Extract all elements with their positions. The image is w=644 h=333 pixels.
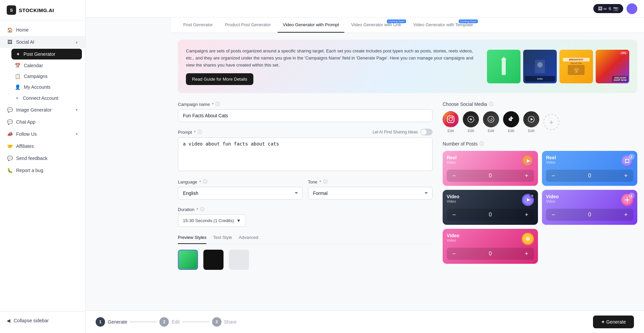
tone-info-icon[interactable]: ⓘ [323, 179, 328, 185]
banner-image-4: -35% DISCOUNTSHOP NOW [596, 50, 629, 83]
duration-label: Duration * ⓘ [178, 206, 433, 212]
post-card-5: Video Video − 0 + [443, 229, 538, 264]
sidebar-item-campaigns[interactable]: 📋 Campaigns [0, 71, 85, 82]
generate-button[interactable]: ✦ Generate [593, 316, 634, 328]
preview-style-thumbs [178, 250, 433, 270]
step3-circle: 3 [212, 317, 221, 327]
campaign-name-input[interactable] [178, 109, 433, 122]
card3-decrement[interactable]: − [450, 211, 458, 219]
form-left: Campaign name * ⓘ Prompt * ⓘ [178, 101, 433, 270]
language-select[interactable]: English Spanish French [178, 187, 303, 200]
sidebar-item-image-generator[interactable]: 💬 Image Generator ▼ [0, 104, 85, 116]
social-edit-2[interactable]: Edit [468, 129, 474, 133]
banner-images: hello BREAKFAST Special Offer 🍔 -35% DIS… [487, 50, 629, 83]
card1-increment[interactable]: + [523, 172, 531, 180]
instagram-avatar[interactable] [443, 111, 459, 127]
ai-toggle-switch[interactable] [420, 129, 433, 135]
sidebar-item-home[interactable]: 🏠 Home [0, 24, 85, 36]
social-edit-5[interactable]: Edit [528, 129, 535, 133]
language-info-icon[interactable]: ⓘ [203, 179, 207, 185]
card2-subtype: Video [546, 160, 556, 164]
card1-decrement[interactable]: − [450, 172, 458, 180]
social-account-5: Edit [523, 111, 539, 133]
prompt-group: Prompt * ⓘ Let AI Find Sharing Ideas a v… [178, 129, 433, 172]
tab-product-post-generator[interactable]: Product Post Generator [219, 17, 276, 33]
social-media-info-icon[interactable]: ⓘ [489, 101, 493, 107]
duration-select[interactable]: 15-30 Seconds (1 Credits) ▼ [178, 214, 246, 227]
sidebar-item-send-feedback[interactable]: 💬 Send feedback [0, 152, 85, 164]
preview-tab-styles[interactable]: Preview Styles [178, 235, 206, 244]
card2-increment[interactable]: + [622, 172, 630, 180]
sidebar-item-chat-app[interactable]: 💬 Chat App [0, 116, 85, 128]
tiktok-avatar[interactable] [503, 111, 519, 127]
sidebar-item-my-accounts[interactable]: 👤 My Accounts [0, 82, 85, 92]
card2-decrement[interactable]: − [549, 172, 557, 180]
card4-decrement[interactable]: − [549, 211, 557, 219]
twitter-avatar[interactable] [483, 111, 499, 127]
connect-icon: ＋ [15, 95, 19, 101]
preview-tab-advanced[interactable]: Advanced [239, 235, 258, 244]
tab-post-generator[interactable]: Post Generator [178, 17, 218, 33]
banner-text: Campaigns are sets of posts organized ar… [186, 48, 480, 85]
social-edit-1[interactable]: Edit [448, 129, 454, 133]
card4-value: 0 [588, 212, 591, 218]
chat-app-label: Chat App [16, 119, 36, 125]
collapse-sidebar-button[interactable]: ◀ Collapse sidebar [0, 315, 85, 326]
tab-video-generator-template[interactable]: Video Generator with Template Coming Soo… [408, 17, 479, 33]
affiliates-icon: 🤝 [7, 143, 13, 149]
card1-subtype: Video [447, 160, 457, 164]
user-avatar[interactable] [627, 3, 637, 14]
social-edit-4[interactable]: Edit [508, 129, 514, 133]
campaign-name-info-icon[interactable]: ⓘ [215, 101, 220, 107]
language-label: Language * ⓘ [178, 179, 303, 185]
sidebar-item-report-bug[interactable]: 🐛 Report a bug [0, 164, 85, 176]
card4-increment[interactable]: + [622, 211, 630, 219]
social-media-title: Choose Social Media ⓘ [443, 101, 637, 107]
banner-image-2: hello [523, 50, 557, 83]
read-guide-button[interactable]: Read Guide for More Details [186, 73, 253, 85]
plan-button[interactable]: 🖼 ∞ 6 📷 [593, 4, 623, 13]
form-section: Campaign name * ⓘ Prompt * ⓘ [178, 101, 637, 270]
posts-info-icon[interactable]: ⓘ [480, 141, 484, 147]
card3-increment[interactable]: + [523, 211, 531, 219]
card5-decrement[interactable]: − [450, 250, 458, 258]
sidebar-item-calendar[interactable]: 📅 Calendar [0, 60, 85, 71]
svg-point-6 [452, 117, 453, 118]
tab-video-generator-link[interactable]: Video Generator with Link Coming Soon [346, 17, 406, 33]
chat-icon: 💬 [7, 119, 13, 125]
social-ai-icon: 🖼 [7, 39, 13, 45]
svg-rect-0 [502, 58, 506, 75]
card1-type: Reel [447, 155, 457, 160]
send-feedback-label: Send feedback [16, 156, 47, 161]
card5-increment[interactable]: + [523, 250, 531, 258]
sidebar-bottom: ◀ Collapse sidebar [0, 311, 85, 333]
card5-type: Video [447, 233, 459, 238]
coming-soon-badge-template: Coming Soon [459, 19, 478, 23]
facebook-avatar[interactable] [463, 111, 479, 127]
svg-rect-4 [447, 116, 454, 123]
prompt-info-icon[interactable]: ⓘ [198, 129, 202, 135]
prompt-textarea[interactable]: a video about fun facts about cats [178, 137, 433, 171]
social-edit-3[interactable]: Edit [488, 129, 494, 133]
duration-info-icon[interactable]: ⓘ [200, 206, 204, 212]
preview-tab-text[interactable]: Text Style [213, 235, 232, 244]
tab-video-generator-prompt[interactable]: Video Generator with Prompt [278, 17, 344, 33]
sidebar-item-post-generator[interactable]: ✦ Post Generator [11, 49, 82, 59]
duration-chevron-icon: ▼ [237, 218, 241, 223]
sidebar-item-social-ai[interactable]: 🖼 Social AI ▲ [0, 36, 85, 48]
tone-select[interactable]: Formal Casual Friendly [308, 187, 433, 200]
card5-value: 0 [489, 251, 492, 257]
style-green[interactable] [178, 250, 198, 270]
bug-icon: 🐛 [7, 167, 13, 173]
sidebar-item-connect-account[interactable]: ＋ Connect Account [0, 92, 85, 104]
youtube-avatar[interactable] [523, 111, 539, 127]
card1-value: 0 [489, 173, 492, 179]
sidebar-item-affiliates[interactable]: 🤝 Affiliates [0, 140, 85, 152]
step1-label: Generate [108, 319, 127, 325]
sidebar-item-follow-us[interactable]: 📣 Follow Us ▼ [0, 128, 85, 140]
sidebar: S STOCKIMG.AI 🏠 Home 🖼 Social AI ▲ ✦ Pos… [0, 0, 86, 333]
style-gray[interactable] [229, 250, 249, 270]
step2-circle: 2 [159, 317, 169, 327]
add-social-button[interactable]: ＋ [543, 114, 559, 130]
style-dark[interactable] [203, 250, 224, 270]
